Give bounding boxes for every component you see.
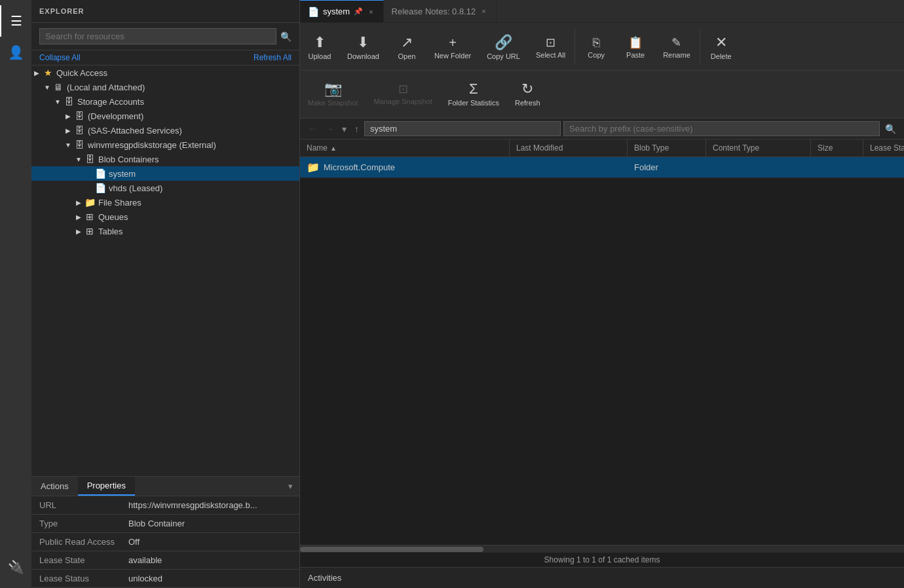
nav-path-input[interactable]: [364, 121, 561, 136]
file-blobtype-cell: Folder: [628, 157, 706, 177]
nav-bar: ← → ▾ ↑ 🔍: [300, 119, 904, 139]
collapse-all-link[interactable]: Collapse All: [39, 53, 81, 62]
plugin-activity-icon[interactable]: 🔌: [0, 551, 31, 583]
horizontal-scrollbar[interactable]: [300, 545, 904, 553]
explorer-header: EXPLORER: [31, 0, 299, 23]
tree-item-winvmresgp[interactable]: ▼🗄winvmresgpdiskstorage (External): [31, 138, 299, 152]
tab-system[interactable]: 📄 system 📌 ×: [300, 0, 384, 22]
selectall-label: Select All: [536, 51, 565, 59]
tree-label: Tables: [98, 227, 123, 236]
status-area: Showing 1 to 1 of 1 cached items Activit…: [300, 545, 904, 588]
delete-label: Delete: [711, 52, 732, 60]
open-button[interactable]: ↗ Open: [387, 24, 426, 70]
col-modified-header[interactable]: Last Modified: [510, 139, 628, 156]
col-name-header[interactable]: Name ▲: [300, 139, 510, 156]
properties-row-lease-status: Lease Status unlocked: [31, 570, 299, 588]
tree-chevron: ▶: [73, 199, 84, 206]
tree-chevron: ▼: [42, 84, 52, 91]
tree-item-localattached[interactable]: ▼🖥(Local and Attached): [31, 80, 299, 94]
property-key: Lease State: [31, 551, 123, 569]
tree-container: ▶★Quick Access▼🖥(Local and Attached)▼🗄St…: [31, 65, 299, 476]
properties-row-type: Type Blob Container: [31, 515, 299, 533]
tree-icon: ⊞: [84, 211, 96, 222]
newfolder-label: New Folder: [434, 52, 471, 60]
nav-search-input[interactable]: [563, 121, 880, 136]
property-key: Public Read Access: [31, 533, 123, 551]
managesnapshot-label: Manage Snapshot: [373, 98, 432, 105]
tab-system-label: system: [323, 7, 350, 16]
tree-chevron: ▼: [73, 156, 84, 163]
search-input[interactable]: [39, 28, 276, 45]
tab-actions[interactable]: Actions: [31, 477, 78, 495]
newfolder-button[interactable]: + New Folder: [426, 24, 479, 70]
nav-up-button[interactable]: ↑: [352, 122, 362, 136]
tree-label: vhds (Leased): [109, 183, 162, 193]
tree-item-blobcontainers[interactable]: ▼🗄Blob Containers: [31, 152, 299, 166]
status-text: Showing 1 to 1 of 1 cached items: [300, 553, 904, 567]
tree-icon: ⊞: [84, 226, 96, 236]
makesnapshot-button[interactable]: 📷 Make Snapshot: [300, 71, 366, 117]
property-value: https://winvmresgpdiskstorage.b...: [123, 496, 299, 514]
tree-label: winvmresgpdiskstorage (External): [88, 140, 216, 150]
col-leasestate-header[interactable]: Lease State: [863, 139, 904, 156]
delete-button[interactable]: ✕ Delete: [702, 24, 741, 70]
copyurl-button[interactable]: 🔗 Copy URL: [479, 24, 528, 70]
managesnapshot-button[interactable]: ⊡ Manage Snapshot: [366, 71, 440, 117]
tab-properties[interactable]: Properties: [78, 477, 135, 496]
bottom-panel-collapse[interactable]: ▾: [282, 477, 299, 495]
file-contenttype-cell: [706, 157, 811, 177]
copy-button[interactable]: ⎘ Copy: [576, 24, 616, 70]
folderstatistics-button[interactable]: Σ Folder Statistics: [440, 71, 507, 117]
managesnapshot-icon: ⊡: [398, 82, 408, 96]
file-row-microsoftcompute[interactable]: 📁 Microsoft.Compute Folder: [300, 157, 904, 178]
tree-item-system[interactable]: 📄system: [31, 166, 299, 181]
delete-icon: ✕: [715, 34, 727, 51]
tree-item-fileshares[interactable]: ▶📁File Shares: [31, 195, 299, 210]
tree-label: Blob Containers: [98, 155, 159, 164]
nav-forward-button[interactable]: →: [322, 122, 337, 136]
col-contenttype-header[interactable]: Content Type: [706, 139, 811, 156]
tab-releasenotes-close[interactable]: ×: [480, 6, 487, 16]
open-label: Open: [398, 52, 415, 60]
file-list-header: Name ▲ Last Modified Blob Type Content T…: [300, 139, 904, 157]
nav-down-button[interactable]: ▾: [339, 122, 349, 136]
paste-button[interactable]: 📋 Paste: [616, 24, 655, 70]
rename-button[interactable]: ✎ Rename: [655, 24, 698, 70]
search-bar: 🔍: [31, 23, 299, 50]
tree-item-storageaccounts[interactable]: ▼🗄Storage Accounts: [31, 94, 299, 109]
refresh-button[interactable]: ↻ Refresh: [507, 71, 548, 117]
tree-chevron: ▶: [73, 213, 84, 221]
upload-button[interactable]: ⬆ Upload: [300, 24, 339, 70]
tab-bar: 📄 system 📌 × Release Notes: 0.8.12 ×: [300, 0, 904, 23]
scroll-thumb[interactable]: [300, 547, 483, 552]
tab-system-pin[interactable]: 📌: [354, 7, 363, 16]
rename-label: Rename: [663, 51, 690, 59]
tree-icon: 🗄: [73, 111, 85, 121]
refresh-all-link[interactable]: Refresh All: [254, 53, 292, 62]
tree-chevron: ▶: [63, 113, 73, 120]
tree-item-quickaccess[interactable]: ▶★Quick Access: [31, 65, 299, 80]
explorer-activity-icon[interactable]: ☰: [0, 5, 31, 37]
download-button[interactable]: ⬇ Download: [339, 24, 387, 70]
tree-label: File Shares: [98, 198, 141, 208]
tree-item-queues[interactable]: ▶⊞Queues: [31, 210, 299, 224]
tab-system-icon: 📄: [308, 7, 319, 17]
tab-system-close[interactable]: ×: [367, 7, 375, 17]
tree-label: Queues: [98, 212, 128, 222]
file-size-cell: [811, 157, 863, 177]
tree-label: Storage Accounts: [77, 97, 144, 107]
col-blobtype-header[interactable]: Blob Type: [628, 139, 706, 156]
tree-item-development[interactable]: ▶🗄(Development): [31, 109, 299, 123]
nav-back-button[interactable]: ←: [305, 122, 320, 136]
tab-releasenotes[interactable]: Release Notes: 0.8.12 ×: [384, 0, 497, 22]
properties-row-lease-state: Lease State available: [31, 551, 299, 570]
explorer-actions: Collapse All Refresh All: [31, 50, 299, 65]
selectall-button[interactable]: ⊡ Select All: [528, 24, 573, 70]
tree-icon: 🗄: [73, 125, 85, 136]
tree-item-tables[interactable]: ▶⊞Tables: [31, 224, 299, 238]
tree-item-sasattached[interactable]: ▶🗄(SAS-Attached Services): [31, 123, 299, 138]
tree-icon: 📄: [94, 168, 106, 179]
tree-item-vhds[interactable]: 📄vhds (Leased): [31, 181, 299, 195]
account-activity-icon[interactable]: 👤: [0, 37, 31, 68]
col-size-header[interactable]: Size: [811, 139, 863, 156]
